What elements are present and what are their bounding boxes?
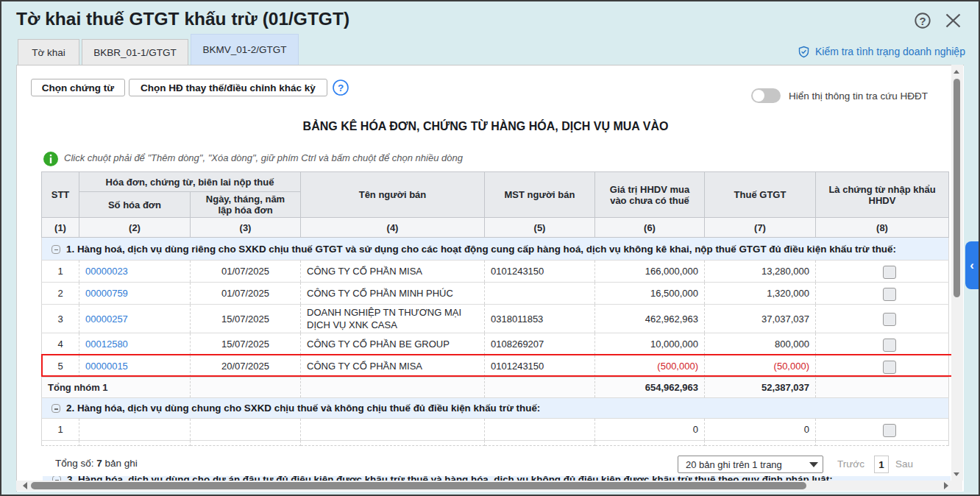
- svg-text:?: ?: [919, 15, 926, 27]
- svg-text:?: ?: [338, 82, 344, 93]
